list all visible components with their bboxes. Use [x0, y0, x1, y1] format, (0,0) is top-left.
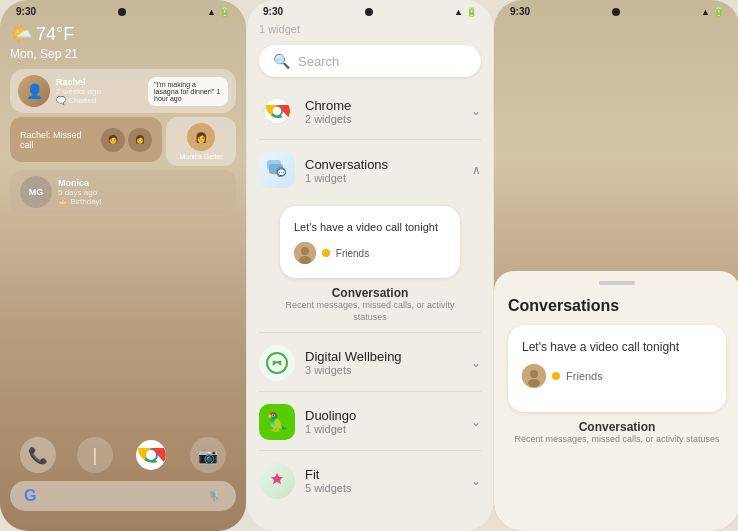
chrome-row[interactable]: Chrome 2 widgets ⌄	[259, 83, 481, 139]
monica-info: Monica 5 days ago 🎂 Birthday!	[58, 178, 226, 206]
chrome-section: Chrome 2 widgets ⌄	[247, 83, 493, 140]
digital-wellbeing-count: 3 widgets	[305, 364, 402, 376]
fit-left: Fit 5 widgets	[259, 463, 351, 499]
rachel-sub: 2 weeks ago	[56, 87, 142, 96]
status-bar-3: 9:30 ▲ 🔋	[494, 0, 738, 19]
widget-dock-icon[interactable]: |	[77, 437, 113, 473]
rachel-chatted: 🗨️ Chatted	[56, 96, 142, 105]
status-bar-1: 9:30 ▲ 🔋	[0, 0, 246, 19]
chrome-name: Chrome	[305, 98, 351, 113]
widget-preview-card[interactable]: Let's have a video call tonight Friends	[280, 206, 460, 278]
svg-point-18	[528, 379, 540, 387]
missed-call-card[interactable]: Rachel: Missed call 🧑 👩	[10, 117, 162, 162]
divider-1	[259, 139, 481, 140]
svg-point-2	[146, 450, 156, 460]
fit-section: Fit 5 widgets ⌄	[247, 453, 493, 509]
svg-point-5	[273, 107, 282, 116]
rachel-name: Rachel	[56, 77, 142, 87]
weather-widget: 🌤️ 74°F	[10, 23, 236, 45]
friend-avatar-2: 👩	[128, 128, 152, 152]
conversations-app-icon: 💬	[259, 152, 295, 188]
digital-wellbeing-left: Digital Wellbeing 3 widgets	[259, 345, 402, 381]
duolingo-row[interactable]: 🦜 Duolingo 1 widget ⌄	[259, 394, 481, 450]
fit-chevron: ⌄	[471, 474, 481, 488]
digital-wellbeing-row[interactable]: Digital Wellbeing 3 widgets ⌄	[259, 335, 481, 391]
monica-geller-card[interactable]: 👩 Monica Geller	[166, 117, 236, 166]
fit-name: Fit	[305, 467, 351, 482]
monica-subtitle: 5 days ago	[58, 188, 226, 197]
conversations-app-left: 💬 Conversations 1 widget	[259, 152, 388, 188]
divider-4	[259, 450, 481, 451]
status-bar-2: 9:30 ▲ 🔋	[247, 0, 493, 19]
friends-dot	[322, 249, 330, 257]
rachel-info: Rachel 2 weeks ago 🗨️ Chatted	[56, 77, 142, 105]
widget-card-detail[interactable]: Let's have a video call tonight Friends	[508, 325, 726, 412]
monica-geller-label: Monica Geller	[179, 153, 222, 160]
search-placeholder: Search	[298, 54, 339, 69]
svg-point-14	[273, 360, 276, 363]
digital-wellbeing-name: Digital Wellbeing	[305, 349, 402, 364]
chrome-app-left: Chrome 2 widgets	[259, 93, 351, 129]
dot-notch-3	[612, 8, 620, 16]
duolingo-info: Duolingo 1 widget	[305, 408, 356, 435]
svg-text:💬: 💬	[277, 168, 286, 177]
phone2-widget-picker: 9:30 ▲ 🔋 1 widget 🔍 Search	[247, 0, 493, 531]
status-icons-2: ▲ 🔋	[454, 7, 477, 17]
widget-detail-avatar	[522, 364, 546, 388]
rachel-card[interactable]: 👤 Rachel 2 weeks ago 🗨️ Chatted "I'm mak…	[10, 69, 236, 113]
digital-wellbeing-section: Digital Wellbeing 3 widgets ⌄	[247, 335, 493, 392]
digital-wellbeing-info: Digital Wellbeing 3 widgets	[305, 349, 402, 376]
home-search-bar[interactable]: G 🎙️	[10, 481, 236, 511]
fit-icon	[259, 463, 295, 499]
friends-row: 🧑 👩	[101, 128, 152, 152]
widget-detail-type: Conversation Recent messages, missed cal…	[508, 420, 726, 446]
svg-point-17	[530, 370, 538, 378]
divider-3	[259, 391, 481, 392]
monica-card[interactable]: MG Monica 5 days ago 🎂 Birthday!	[10, 170, 236, 214]
svg-point-11	[301, 247, 309, 255]
rachel-avatar: 👤	[18, 75, 50, 107]
search-icon: 🔍	[273, 53, 290, 69]
conversations-chevron: ∧	[472, 163, 481, 177]
bottom-sheet-handle	[599, 281, 635, 285]
camera-dock-icon[interactable]: 📷	[190, 437, 226, 473]
widget-detail-type-name: Conversation	[508, 420, 726, 434]
status-icons-1: ▲ 🔋	[207, 7, 230, 17]
dot-notch-1	[118, 8, 126, 16]
mic-icon[interactable]: 🎙️	[207, 489, 222, 503]
phone-dock-icon[interactable]: 📞	[20, 437, 56, 473]
widget-type-desc: Recent messages, missed calls, or activi…	[271, 300, 469, 323]
google-g-logo: G	[24, 487, 36, 505]
monica-geller-avatar: 👩	[187, 123, 215, 151]
status-time-2: 9:30	[263, 6, 283, 17]
chrome-chevron: ⌄	[471, 104, 481, 118]
bottom-sheet-title: Conversations	[508, 297, 726, 315]
chrome-app-info: Chrome 2 widgets	[305, 98, 351, 125]
digital-wellbeing-icon	[259, 345, 295, 381]
rachel-bubble: "I'm making a lasagna for dinner!" 1 hou…	[148, 77, 228, 106]
duolingo-left: 🦜 Duolingo 1 widget	[259, 404, 356, 440]
svg-point-15	[279, 360, 282, 363]
fit-row[interactable]: Fit 5 widgets ⌄	[259, 453, 481, 509]
bottom-sheet: Conversations Let's have a video call to…	[494, 271, 738, 531]
duolingo-section: 🦜 Duolingo 1 widget ⌄	[247, 394, 493, 451]
widget-search-bar[interactable]: 🔍 Search	[259, 45, 481, 77]
weather-date: Mon, Sep 21	[10, 47, 236, 61]
weather-temp: 74°F	[36, 24, 74, 45]
dock-area: 📞 | 📷 G 🎙️	[0, 437, 246, 511]
fit-info: Fit 5 widgets	[305, 467, 351, 494]
missed-call-text: Rachel: Missed call	[20, 130, 97, 150]
fit-count: 5 widgets	[305, 482, 351, 494]
conversations-count: 1 widget	[305, 172, 388, 184]
svg-point-12	[299, 256, 311, 264]
digital-wellbeing-chevron: ⌄	[471, 356, 481, 370]
chrome-dock-icon[interactable]	[133, 437, 169, 473]
dot-notch-2	[365, 8, 373, 16]
conversations-name: Conversations	[305, 157, 388, 172]
status-time-1: 9:30	[16, 6, 36, 17]
friend-avatar-1: 🧑	[101, 128, 125, 152]
conversations-row[interactable]: 💬 Conversations 1 widget ∧	[259, 142, 481, 198]
duolingo-count: 1 widget	[305, 423, 356, 435]
widget-preview-contact: Friends	[294, 242, 446, 264]
widget-type-info: Conversation Recent messages, missed cal…	[271, 286, 469, 323]
